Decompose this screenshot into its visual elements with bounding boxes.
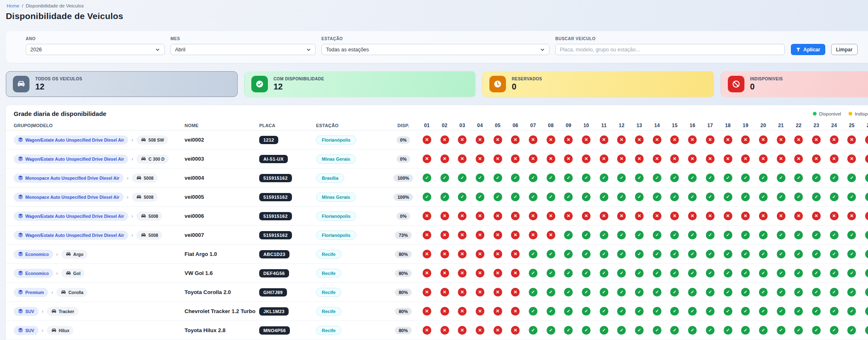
day-available-icon[interactable]: ✓ bbox=[600, 326, 608, 335]
day-unavailable-icon[interactable]: ✕ bbox=[617, 154, 626, 163]
day-available-icon[interactable]: ✓ bbox=[564, 193, 573, 201]
day-available-icon[interactable]: ✓ bbox=[635, 250, 644, 258]
day-unavailable-icon[interactable]: ✕ bbox=[847, 135, 856, 144]
day-available-icon[interactable]: ✓ bbox=[547, 288, 555, 297]
year-select[interactable]: 2026 bbox=[26, 44, 165, 55]
day-unavailable-icon[interactable]: ✕ bbox=[511, 212, 520, 220]
day-available-icon[interactable]: ✓ bbox=[724, 231, 732, 239]
day-unavailable-icon[interactable]: ✕ bbox=[494, 269, 502, 277]
day-available-icon[interactable]: ✓ bbox=[617, 288, 626, 297]
day-available-icon[interactable]: ✓ bbox=[617, 326, 626, 335]
day-available-icon[interactable]: ✓ bbox=[617, 250, 626, 258]
day-available-icon[interactable]: ✓ bbox=[830, 250, 839, 258]
day-unavailable-icon[interactable]: ✕ bbox=[564, 212, 573, 220]
day-unavailable-icon[interactable]: ✕ bbox=[440, 231, 449, 239]
day-unavailable-icon[interactable]: ✕ bbox=[511, 231, 520, 239]
day-available-icon[interactable]: ✓ bbox=[777, 288, 785, 297]
day-available-icon[interactable]: ✓ bbox=[635, 269, 644, 277]
day-unavailable-icon[interactable]: ✕ bbox=[511, 307, 520, 316]
day-unavailable-icon[interactable]: ✕ bbox=[511, 326, 520, 335]
day-available-icon[interactable]: ✓ bbox=[458, 193, 467, 201]
day-available-icon[interactable]: ✓ bbox=[547, 250, 555, 258]
day-available-icon[interactable]: ✓ bbox=[529, 288, 537, 297]
day-unavailable-icon[interactable]: ✕ bbox=[724, 212, 732, 220]
day-available-icon[interactable]: ✓ bbox=[812, 307, 821, 316]
day-available-icon[interactable]: ✓ bbox=[688, 231, 697, 239]
day-unavailable-icon[interactable]: ✕ bbox=[458, 250, 467, 258]
day-available-icon[interactable]: ✓ bbox=[706, 174, 715, 182]
day-available-icon[interactable]: ✓ bbox=[847, 269, 856, 277]
day-unavailable-icon[interactable]: ✕ bbox=[423, 250, 431, 258]
day-unavailable-icon[interactable]: ✕ bbox=[847, 154, 856, 163]
day-available-icon[interactable]: ✓ bbox=[759, 250, 768, 258]
day-available-icon[interactable]: ✓ bbox=[830, 307, 839, 316]
day-unavailable-icon[interactable]: ✕ bbox=[794, 135, 803, 144]
day-available-icon[interactable]: ✓ bbox=[582, 193, 591, 201]
day-available-icon[interactable]: ✓ bbox=[547, 174, 555, 182]
day-unavailable-icon[interactable]: ✕ bbox=[759, 154, 768, 163]
day-unavailable-icon[interactable]: ✕ bbox=[423, 307, 431, 316]
day-available-icon[interactable]: ✓ bbox=[582, 326, 591, 335]
day-unavailable-icon[interactable]: ✕ bbox=[830, 154, 839, 163]
day-available-icon[interactable]: ✓ bbox=[653, 250, 661, 258]
day-available-icon[interactable]: ✓ bbox=[777, 231, 785, 239]
day-available-icon[interactable]: ✓ bbox=[847, 288, 856, 297]
day-available-icon[interactable]: ✓ bbox=[794, 269, 803, 277]
day-available-icon[interactable]: ✓ bbox=[529, 193, 537, 201]
day-available-icon[interactable]: ✓ bbox=[847, 193, 856, 201]
day-unavailable-icon[interactable]: ✕ bbox=[865, 212, 868, 220]
breadcrumb-home-link[interactable]: Home bbox=[7, 3, 19, 8]
day-available-icon[interactable]: ✓ bbox=[582, 269, 591, 277]
day-available-icon[interactable]: ✓ bbox=[865, 250, 868, 258]
day-available-icon[interactable]: ✓ bbox=[794, 250, 803, 258]
day-unavailable-icon[interactable]: ✕ bbox=[440, 154, 449, 163]
day-unavailable-icon[interactable]: ✕ bbox=[476, 307, 484, 316]
day-unavailable-icon[interactable]: ✕ bbox=[440, 135, 449, 144]
day-available-icon[interactable]: ✓ bbox=[724, 193, 732, 201]
day-unavailable-icon[interactable]: ✕ bbox=[794, 212, 803, 220]
day-unavailable-icon[interactable]: ✕ bbox=[423, 231, 431, 239]
summary-card-available[interactable]: COM DISPONIBILIDADE12 bbox=[244, 71, 476, 97]
day-available-icon[interactable]: ✓ bbox=[635, 307, 644, 316]
day-available-icon[interactable]: ✓ bbox=[670, 250, 679, 258]
day-unavailable-icon[interactable]: ✕ bbox=[476, 231, 484, 239]
day-available-icon[interactable]: ✓ bbox=[706, 231, 715, 239]
day-unavailable-icon[interactable]: ✕ bbox=[494, 307, 502, 316]
summary-card-all[interactable]: TODOS OS VEICULOS12 bbox=[6, 71, 238, 97]
day-available-icon[interactable]: ✓ bbox=[706, 269, 715, 277]
day-available-icon[interactable]: ✓ bbox=[759, 231, 768, 239]
day-unavailable-icon[interactable]: ✕ bbox=[440, 250, 449, 258]
day-available-icon[interactable]: ✓ bbox=[759, 326, 768, 335]
day-available-icon[interactable]: ✓ bbox=[529, 250, 537, 258]
day-unavailable-icon[interactable]: ✕ bbox=[529, 135, 537, 144]
day-available-icon[interactable]: ✓ bbox=[777, 307, 785, 316]
day-unavailable-icon[interactable]: ✕ bbox=[600, 135, 608, 144]
day-available-icon[interactable]: ✓ bbox=[741, 307, 750, 316]
day-available-icon[interactable]: ✓ bbox=[582, 231, 591, 239]
day-available-icon[interactable]: ✓ bbox=[582, 307, 591, 316]
day-available-icon[interactable]: ✓ bbox=[582, 250, 591, 258]
day-available-icon[interactable]: ✓ bbox=[547, 307, 555, 316]
day-available-icon[interactable]: ✓ bbox=[688, 288, 697, 297]
day-unavailable-icon[interactable]: ✕ bbox=[724, 135, 732, 144]
day-unavailable-icon[interactable]: ✕ bbox=[582, 154, 591, 163]
day-available-icon[interactable]: ✓ bbox=[529, 326, 537, 335]
day-available-icon[interactable]: ✓ bbox=[547, 193, 555, 201]
day-unavailable-icon[interactable]: ✕ bbox=[812, 154, 821, 163]
day-available-icon[interactable]: ✓ bbox=[600, 231, 608, 239]
day-available-icon[interactable]: ✓ bbox=[600, 269, 608, 277]
day-available-icon[interactable]: ✓ bbox=[812, 231, 821, 239]
day-available-icon[interactable]: ✓ bbox=[724, 307, 732, 316]
day-unavailable-icon[interactable]: ✕ bbox=[582, 212, 591, 220]
day-available-icon[interactable]: ✓ bbox=[653, 288, 661, 297]
day-available-icon[interactable]: ✓ bbox=[600, 174, 608, 182]
day-available-icon[interactable]: ✓ bbox=[476, 193, 484, 201]
day-unavailable-icon[interactable]: ✕ bbox=[476, 154, 484, 163]
day-unavailable-icon[interactable]: ✕ bbox=[759, 212, 768, 220]
day-available-icon[interactable]: ✓ bbox=[688, 307, 697, 316]
day-unavailable-icon[interactable]: ✕ bbox=[830, 212, 839, 220]
day-available-icon[interactable]: ✓ bbox=[741, 288, 750, 297]
day-available-icon[interactable]: ✓ bbox=[706, 288, 715, 297]
day-available-icon[interactable]: ✓ bbox=[670, 174, 679, 182]
day-available-icon[interactable]: ✓ bbox=[830, 326, 839, 335]
